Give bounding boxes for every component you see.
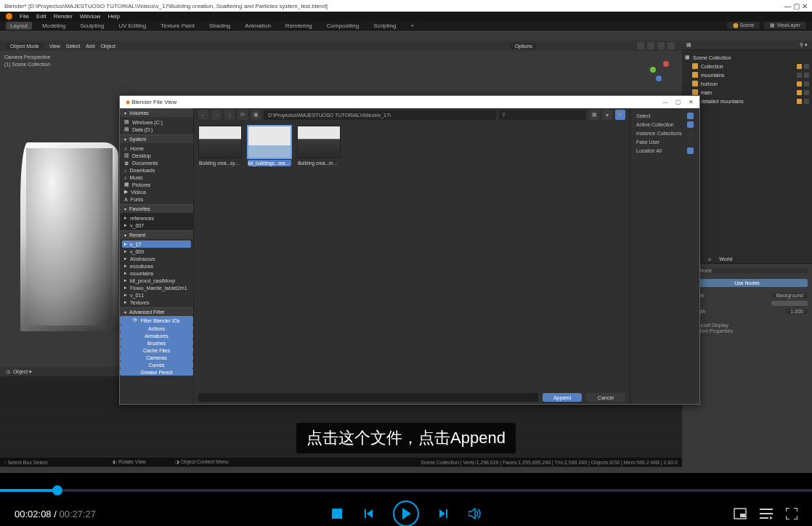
- system-item[interactable]: AFonts: [122, 195, 191, 203]
- tab-modeling[interactable]: Modeling: [38, 22, 70, 30]
- timeline-mode[interactable]: Object: [13, 369, 28, 374]
- menu-edit[interactable]: Edit: [36, 13, 46, 20]
- tab-shading[interactable]: Shading: [205, 22, 235, 30]
- stop-button[interactable]: [330, 507, 344, 520]
- recent-item[interactable]: ▸Flowo_Mardle_tablet2m1: [122, 284, 191, 291]
- system-item[interactable]: ♪Music: [122, 174, 191, 181]
- pip-button[interactable]: [734, 508, 747, 519]
- system-item[interactable]: ▦Pictures: [122, 181, 191, 188]
- progress-knob[interactable]: [52, 485, 62, 495]
- filter-item[interactable]: Actions: [120, 325, 193, 332]
- dialog-close-icon[interactable]: ✕: [689, 99, 694, 105]
- window-close-icon[interactable]: — ▢ ✕: [784, 2, 808, 10]
- opt-chk[interactable]: [687, 121, 694, 128]
- props-tab-world[interactable]: World: [719, 256, 732, 262]
- file-thumb[interactable]: kit_buildings...ready.blend: [248, 126, 291, 166]
- strength-value[interactable]: 1.000: [786, 309, 808, 314]
- system-item[interactable]: ↓Downloads: [122, 166, 191, 174]
- system-header[interactable]: System: [120, 134, 193, 143]
- opt-select-chk[interactable]: [687, 113, 694, 119]
- menu-render[interactable]: Render: [54, 13, 73, 20]
- menu-window[interactable]: Window: [80, 13, 100, 20]
- tree-item[interactable]: Collection: [685, 62, 809, 70]
- recent-item[interactable]: ▸kit_procd_castMovp: [122, 277, 191, 284]
- recent-item[interactable]: ▸Textures: [122, 299, 191, 306]
- volume-button[interactable]: [468, 507, 482, 520]
- viewport-menu-view[interactable]: View: [49, 44, 60, 49]
- append-button[interactable]: Append: [543, 393, 582, 402]
- recent-item[interactable]: ▸v_17: [122, 240, 191, 248]
- prev-button[interactable]: [362, 507, 375, 520]
- opt-chk[interactable]: [687, 139, 694, 145]
- viewport-menu-select[interactable]: Select: [66, 44, 80, 49]
- dialog-maximize-icon[interactable]: ▢: [675, 99, 681, 105]
- opt-chk[interactable]: [687, 130, 694, 137]
- system-item[interactable]: ▶Videos: [122, 188, 191, 195]
- playlist-button[interactable]: [760, 508, 773, 519]
- volumes-header[interactable]: Volumes: [120, 108, 193, 117]
- path-input[interactable]: D:\Proyectos\MAJESTUOSO TUTORIAL\Videos\…: [264, 110, 496, 120]
- tree-item[interactable]: main: [685, 88, 809, 97]
- dialog-titlebar[interactable]: ◆ Blender File View — ▢ ✕: [120, 96, 699, 108]
- file-thumb[interactable]: Building crea...m_test.blend: [297, 126, 341, 166]
- progress-bar[interactable]: [0, 489, 812, 492]
- surface-value[interactable]: Background: [772, 293, 808, 298]
- menu-file[interactable]: File: [20, 13, 29, 20]
- filter-item[interactable]: Cameras: [120, 354, 193, 361]
- shading-solid-icon[interactable]: [647, 42, 654, 49]
- tab-compositing[interactable]: Compositing: [322, 22, 363, 30]
- scene-selector[interactable]: ⬤ Scene: [727, 22, 760, 29]
- tab-layout[interactable]: Layout: [6, 22, 32, 30]
- tree-root[interactable]: ▦Scene Collection: [685, 53, 809, 62]
- tree-item[interactable]: mountains: [685, 70, 809, 79]
- play-button[interactable]: [393, 501, 419, 526]
- view-mode-button[interactable]: ▦: [589, 110, 599, 120]
- recent-item[interactable]: ▸v_009: [122, 248, 191, 255]
- nav-back-button[interactable]: ←: [198, 110, 208, 120]
- tab-uv[interactable]: UV Editing: [114, 22, 150, 30]
- shading-lookdev-icon[interactable]: [657, 42, 665, 49]
- tree-item[interactable]: horizon: [685, 79, 809, 88]
- viewport-menu-object[interactable]: Object: [101, 44, 115, 49]
- filter-item[interactable]: Armatures: [120, 332, 193, 339]
- menu-help[interactable]: Help: [107, 13, 119, 20]
- shading-rendered-icon[interactable]: [667, 42, 675, 49]
- recent-header[interactable]: Recent: [120, 230, 193, 239]
- recent-item[interactable]: ▸esculturas: [122, 262, 191, 270]
- tab-sculpting[interactable]: Sculpting: [76, 22, 109, 30]
- shading-wireframe-icon[interactable]: [637, 42, 644, 49]
- recent-item[interactable]: ▸v_011: [122, 291, 191, 299]
- system-item[interactable]: ▥Desktop: [122, 152, 191, 159]
- opt-chk[interactable]: [687, 147, 694, 154]
- volume-item[interactable]: ▤Data (D:): [122, 126, 191, 133]
- system-item[interactable]: ⌂Home: [122, 145, 191, 152]
- file-thumb[interactable]: Building crea...system.blend: [198, 126, 242, 166]
- filter-item[interactable]: Brushes: [120, 339, 193, 347]
- axis-z-icon[interactable]: [656, 76, 662, 81]
- viewport-menu-add[interactable]: Add: [86, 44, 94, 49]
- outliner[interactable]: ▤⚲ ▾ ▦Scene Collection Collection mounta…: [682, 41, 812, 115]
- use-nodes-button[interactable]: Use Nodes: [686, 279, 808, 287]
- axis-y-icon[interactable]: [650, 67, 656, 73]
- search-input[interactable]: ⚲: [499, 110, 586, 120]
- filter-item[interactable]: Cache Files: [120, 347, 193, 354]
- filter-button[interactable]: ▼: [602, 110, 612, 120]
- tab-rendering[interactable]: Rendering: [281, 22, 317, 30]
- nav-newfolder-button[interactable]: ▣: [251, 110, 261, 120]
- recent-item[interactable]: ▸Abstracovs: [122, 255, 191, 262]
- favorite-item[interactable]: ▸v_007: [122, 222, 191, 229]
- mode-selector[interactable]: Object Mode: [6, 43, 44, 49]
- filename-input[interactable]: [198, 393, 538, 402]
- nav-fwd-button[interactable]: →: [211, 110, 222, 120]
- os-window-titlebar[interactable]: Blender* [D:\Proyectos\MAJESTUOSO TUTORI…: [0, 0, 812, 12]
- options-button[interactable]: Options: [511, 43, 537, 49]
- dialog-minimize-icon[interactable]: —: [662, 99, 668, 105]
- filter-header[interactable]: Advanced Filter: [120, 307, 193, 316]
- favorite-item[interactable]: ▸references: [122, 214, 191, 222]
- filter-ids-button[interactable]: ⟳ Filter Blender IDs: [120, 316, 193, 325]
- system-item[interactable]: 🗎Documents: [122, 159, 191, 166]
- volume-item[interactable]: ▤Windows (C:): [122, 118, 191, 126]
- color-swatch[interactable]: [771, 301, 808, 306]
- viewlayer-selector[interactable]: ▦ ViewLayer: [764, 22, 806, 29]
- nav-gizmo[interactable]: [643, 55, 673, 86]
